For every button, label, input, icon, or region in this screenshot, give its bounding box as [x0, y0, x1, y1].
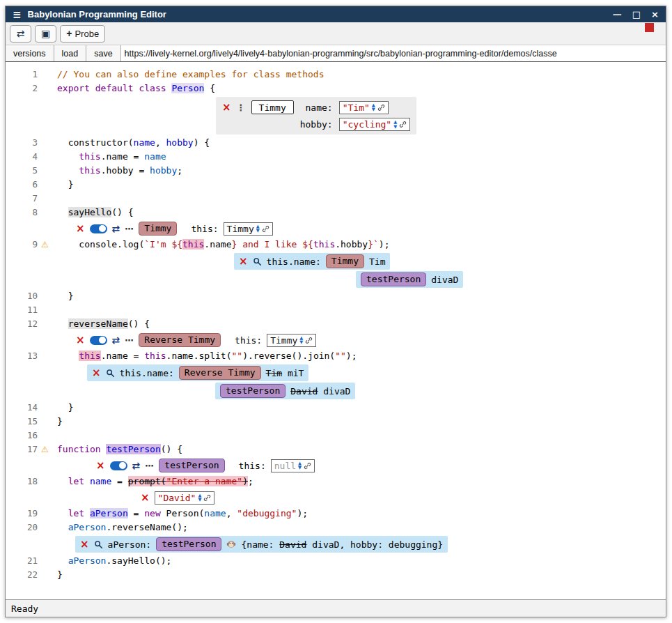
code-token: ; [248, 476, 253, 486]
example-badge[interactable]: testPerson [361, 272, 426, 286]
stepper-icon[interactable]: ▲▼ [299, 336, 303, 345]
code-token: } [57, 179, 73, 190]
example-badge[interactable]: Timmy [139, 222, 177, 236]
code-line[interactable]: 5 this.hobby = hobby; [6, 164, 666, 178]
stepper-icon[interactable]: ▲▼ [393, 120, 397, 129]
code-line[interactable]: 21 aPerson.sayHello(); [6, 554, 666, 568]
param-value-input[interactable]: "Tim"▲▼ [339, 101, 389, 114]
code-editor[interactable]: 1// You can also define examples for cla… [6, 62, 666, 599]
url-input[interactable] [121, 45, 666, 61]
close-widget-icon[interactable]: × [141, 493, 150, 503]
code-line[interactable]: 12 reverseName() { [6, 317, 666, 331]
swap-icon[interactable]: ⇄ [112, 335, 120, 345]
code-line[interactable]: 10 } [6, 289, 666, 303]
probe-value-part: David [290, 386, 318, 397]
code-token: this [313, 239, 335, 249]
menu-icon[interactable]: ≡ [13, 8, 22, 21]
code-line[interactable]: 2export default class Person { [6, 82, 666, 95]
inspect-frame-button[interactable]: ▣ [35, 25, 56, 43]
stepper-icon[interactable]: ▲▼ [372, 103, 375, 112]
line-number: 13 [6, 349, 38, 363]
toolbar: ⇄ ▣ + Probe [6, 22, 666, 45]
param-value-input[interactable]: "cycling"▲▼ [339, 118, 410, 131]
more-options-icon[interactable]: ⋯ [125, 336, 134, 345]
code-token: = [128, 508, 144, 518]
minimize-button[interactable]: — [613, 9, 622, 20]
probe-widget-row: ×this.name:Reverse TimmyTim miT [87, 364, 308, 381]
code-line[interactable]: 11 [6, 303, 666, 317]
code-text: console.log(`I'm ${this.name} and I like… [38, 238, 390, 252]
code-line[interactable]: 3 constructor(name, hobby) { [6, 136, 666, 150]
code-line[interactable]: 1// You can also define examples for cla… [6, 68, 666, 82]
example-badge[interactable]: Reverse Timmy [179, 366, 261, 380]
replacement-value-input[interactable]: "David"▲▼ [155, 491, 215, 505]
close-widget-icon[interactable]: × [76, 335, 85, 346]
this-value-select[interactable]: Timmy▲▼ [224, 222, 273, 236]
code-line[interactable]: 14 } [6, 401, 666, 415]
code-line[interactable]: 17⚠function testPerson() { [6, 443, 666, 456]
example-name-button[interactable]: Timmy [251, 100, 294, 114]
more-options-icon[interactable]: ⋯ [125, 224, 134, 233]
more-options-icon[interactable]: ⋯ [145, 461, 154, 470]
close-widget-icon[interactable]: × [76, 224, 85, 234]
code-line[interactable]: 19 let aPerson = new Person(name, "debug… [6, 507, 666, 521]
add-probe-button[interactable]: + Probe [60, 25, 105, 43]
probe-widget-row: testPersonDavid divaD [215, 383, 355, 399]
stepper-icon[interactable]: ▲▼ [298, 461, 302, 470]
activate-toggle[interactable] [110, 461, 127, 470]
code-token: sayHello [68, 207, 112, 217]
stepper-icon[interactable]: ▲▼ [256, 224, 260, 233]
swap-icon[interactable]: ⇄ [132, 461, 141, 470]
code-line[interactable]: 6 } [6, 178, 666, 192]
save-button[interactable]: save [86, 45, 120, 61]
code-line[interactable]: 13 this.name = this.name.split("").rever… [6, 349, 666, 363]
code-token: name [144, 151, 166, 162]
code-text: let name = prompt("Enter a name"); [38, 475, 253, 489]
swap-icon[interactable]: ⇄ [112, 224, 120, 233]
close-widget-icon[interactable]: × [92, 368, 101, 378]
example-badge[interactable]: testPerson [220, 384, 286, 398]
example-badge[interactable]: Timmy [326, 254, 364, 268]
drag-handle-icon[interactable]: ⋮ [237, 103, 246, 112]
this-value-select[interactable]: null▲▼ [271, 459, 315, 472]
code-token: .name.split( [166, 351, 232, 361]
code-line[interactable]: 4 this.name = name [6, 150, 666, 164]
versions-button[interactable]: versions [6, 45, 54, 61]
swap-connection-button[interactable]: ⇄ [10, 25, 31, 43]
maximize-button[interactable]: □ [632, 9, 641, 20]
activate-toggle[interactable] [90, 336, 107, 345]
line-number: 1 [6, 68, 38, 82]
add-probe-label: Probe [75, 29, 99, 39]
code-line[interactable]: 9⚠ console.log(`I'm ${this.name} and I l… [6, 238, 666, 252]
example-controls: ×⋮Timmy [222, 100, 294, 114]
code-line[interactable]: 20 aPerson.reverseName(); [6, 521, 666, 534]
code-line[interactable]: 8 sayHello() { [6, 206, 666, 220]
example-badge[interactable]: testPerson [156, 537, 221, 551]
code-token: ; [177, 165, 182, 176]
link-icon [262, 225, 269, 233]
code-line[interactable]: 15} [6, 415, 666, 429]
code-line[interactable]: 22} [6, 568, 666, 582]
example-badge[interactable]: Reverse Timmy [139, 333, 221, 347]
close-widget-icon[interactable]: × [222, 102, 231, 113]
code-line[interactable]: 7 [6, 192, 666, 206]
warning-icon: ⚠ [41, 238, 49, 252]
close-widget-icon[interactable]: × [80, 539, 89, 550]
example-badge[interactable]: testPerson [159, 459, 224, 472]
close-widget-icon[interactable]: × [239, 256, 248, 267]
load-button[interactable]: load [54, 45, 87, 61]
probe-value-part: Tim [369, 256, 385, 267]
code-line[interactable]: 16 [6, 429, 666, 443]
probe-value: David divaD [290, 386, 350, 397]
example-widget: ×⋮Timmyname:"Tim"▲▼hobby:"cycling"▲▼ [216, 97, 416, 134]
status-bar: Ready [6, 599, 666, 617]
code-line[interactable]: 18 let name = prompt("Enter a name"); [6, 475, 666, 489]
activate-toggle[interactable] [90, 224, 107, 233]
widget-line: ×⇄⋯Timmythis:Timmy▲▼ [6, 221, 666, 236]
stepper-icon[interactable]: ▲▼ [198, 493, 201, 502]
this-value-select[interactable]: Timmy▲▼ [267, 334, 316, 347]
close-button[interactable]: × [651, 9, 659, 20]
close-widget-icon[interactable]: × [96, 461, 105, 471]
probe-value: Tim [369, 256, 385, 267]
code-text: aPerson.reverseName(); [38, 521, 188, 534]
